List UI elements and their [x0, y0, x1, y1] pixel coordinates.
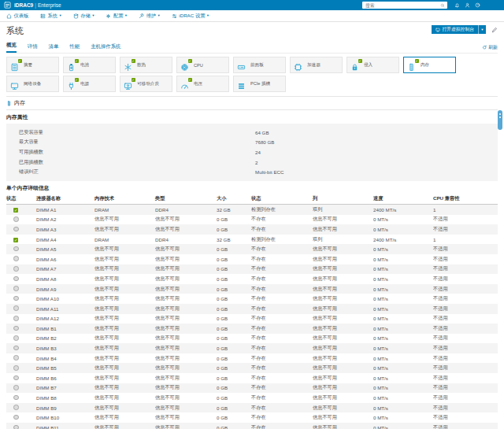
column-header: 状态 — [6, 194, 36, 205]
idrac-app-window: iDRAC9|Enterprise ? 仪表板系统▾存储▾配置▾维护▾iDRAC… — [0, 0, 504, 429]
cpu-icon — [180, 63, 189, 72]
open-virtual-console-button[interactable]: 打开虚拟控制台 — [432, 25, 478, 34]
tile-power[interactable]: ✓电源 — [63, 76, 116, 92]
tab-inventory[interactable]: 清单 — [49, 42, 59, 53]
tile-label: 摘要 — [24, 62, 32, 68]
table-cell: 0 GB — [217, 254, 251, 264]
table-cell: 不存在 — [251, 403, 313, 413]
table-cell: 信息不可用 — [155, 284, 217, 294]
tile-removable-media[interactable]: ✓可移动介质 — [120, 76, 172, 92]
attribute-row: 最大容量7680 GB — [19, 138, 498, 148]
table-cell: DIMM A6 — [36, 254, 94, 264]
tab-details[interactable]: 详情 — [28, 42, 38, 53]
nav-item-label: 维护 — [146, 13, 156, 20]
dell-idrac-logo-icon — [4, 2, 11, 9]
tile-summary[interactable]: ✓摘要 — [6, 57, 59, 73]
tile-memory[interactable]: ✓内存 — [403, 57, 456, 73]
table-cell: 不适用 — [433, 314, 498, 324]
tile-cooling[interactable]: ✓散热 — [120, 57, 172, 73]
table-cell: 信息不可用 — [155, 304, 217, 314]
status-ok-icon: ✓ — [13, 208, 18, 213]
table-cell: 1 — [433, 204, 498, 214]
chevron-down-icon: ▾ — [158, 14, 160, 18]
table-cell: 信息不可用 — [313, 383, 373, 394]
attribute-value: 2 — [255, 160, 258, 165]
table-cell: DIMM A1 — [36, 204, 94, 214]
table-cell: 信息不可用 — [94, 244, 155, 254]
status-unknown-icon — [13, 296, 19, 301]
user-icon[interactable] — [465, 2, 470, 8]
edit-pencil-icon[interactable] — [491, 27, 498, 33]
chevron-down-icon: ▾ — [92, 14, 94, 18]
table-cell: 0 MT/s — [373, 343, 433, 353]
table-row: DIMM B2信息不可用信息不可用0 GB不存在信息不可用0 MT/s不适用 — [6, 334, 498, 344]
table-cell: 信息不可用 — [94, 373, 155, 383]
global-search-box[interactable] — [362, 2, 447, 9]
front-panel-icon — [237, 63, 246, 72]
table-cell: 信息不可用 — [94, 324, 155, 334]
tile-label: 网络设备 — [24, 81, 41, 87]
search-icon[interactable] — [440, 3, 445, 8]
table-row: DIMM B10信息不可用信息不可用0 GB不存在信息不可用0 MT/s不适用 — [6, 412, 498, 423]
row-status-cell — [6, 353, 36, 364]
nav-item-configuration[interactable]: 配置▾ — [106, 13, 127, 20]
table-cell: 信息不可用 — [155, 363, 217, 373]
tile-pcie-slots[interactable]: PCIe 插槽 — [233, 76, 286, 92]
power-icon — [67, 82, 76, 91]
nav-item-dashboard[interactable]: 仪表板 — [6, 13, 28, 20]
table-row: DIMM A2信息不可用信息不可用0 GB不存在信息不可用0 MT/s不适用 — [6, 215, 498, 225]
table-cell: 不存在 — [251, 274, 313, 284]
table-cell: 不适用 — [433, 343, 498, 353]
refresh-button[interactable]: 刷新 — [482, 44, 498, 53]
table-cell: 0 GB — [217, 284, 251, 294]
tile-voltage[interactable]: ✓电压 — [176, 76, 229, 92]
table-row: DIMM A9信息不可用信息不可用0 GB不存在信息不可用0 MT/s不适用 — [6, 284, 498, 294]
removable-media-iconwrap: ✓ — [124, 80, 132, 88]
table-cell: DIMM A2 — [36, 215, 94, 225]
table-cell: 不存在 — [251, 383, 313, 394]
tab-host-os[interactable]: 主机操作系统 — [91, 42, 120, 53]
tile-intrusion[interactable]: ✓侵入 — [346, 57, 399, 73]
tile-front-panel[interactable]: 前面板 — [233, 57, 286, 73]
nav-item-idrac-settings[interactable]: iDRAC 设置▾ — [172, 13, 209, 20]
dimm-table-header: 状态连接器名称内存技术类型大小状态列速度CPU 兼容性 — [6, 194, 498, 205]
table-cell: 信息不可用 — [94, 412, 155, 423]
nav-item-maintenance[interactable]: 维护▾ — [139, 13, 160, 20]
table-cell: 0 MT/s — [373, 314, 433, 324]
row-status-cell — [6, 284, 36, 294]
scrollbar-thumb[interactable] — [498, 110, 502, 130]
table-row: ✓DIMM A4DRAMDDR432 GB检测到存在双列2400 MT/s1 — [6, 235, 498, 245]
nav-item-storage[interactable]: 存储▾ — [73, 13, 94, 20]
table-cell: 信息不可用 — [313, 264, 373, 275]
table-cell: 信息不可用 — [94, 353, 155, 364]
topbar-icon-group: ? — [454, 2, 480, 8]
attribute-value: Multi-bit ECC — [255, 169, 284, 175]
help-icon[interactable]: ? — [475, 2, 480, 8]
table-cell: 不适用 — [433, 353, 498, 364]
table-row: DIMM A10信息不可用信息不可用0 GB不存在信息不可用0 MT/s不适用 — [6, 294, 498, 304]
table-cell: 信息不可用 — [94, 304, 155, 314]
tile-network-devices[interactable]: 网络设备 — [6, 76, 59, 92]
virtual-console-dropdown-button[interactable]: ▾ — [478, 25, 486, 34]
table-cell: 信息不可用 — [313, 334, 373, 344]
table-row: DIMM B9信息不可用信息不可用0 GB不存在信息不可用0 MT/s不适用 — [6, 403, 498, 413]
tab-performance[interactable]: 性能 — [69, 42, 80, 53]
nav-item-system[interactable]: 系统▾ — [40, 13, 61, 20]
tab-overview[interactable]: 概览 — [6, 40, 17, 53]
table-cell: 0 MT/s — [373, 254, 433, 264]
dashboard-icon — [6, 13, 12, 19]
table-cell: 信息不可用 — [155, 244, 217, 254]
attribute-value: 7680 GB — [255, 139, 274, 145]
battery-icon — [67, 63, 76, 72]
table-cell: 0 GB — [217, 294, 251, 304]
status-ok-icon: ✓ — [188, 78, 192, 82]
notifications-icon[interactable] — [454, 2, 460, 8]
tile-accelerators[interactable]: 加速器 — [290, 57, 343, 73]
tile-cpu[interactable]: ✓CPU — [176, 57, 229, 73]
section-divider-2 — [6, 109, 498, 110]
table-cell: 信息不可用 — [313, 294, 373, 304]
tile-battery[interactable]: ✓电池 — [63, 57, 116, 73]
voltage-iconwrap: ✓ — [180, 80, 189, 88]
attribute-row: 可用插槽数24 — [19, 147, 498, 157]
search-input[interactable] — [365, 2, 440, 9]
